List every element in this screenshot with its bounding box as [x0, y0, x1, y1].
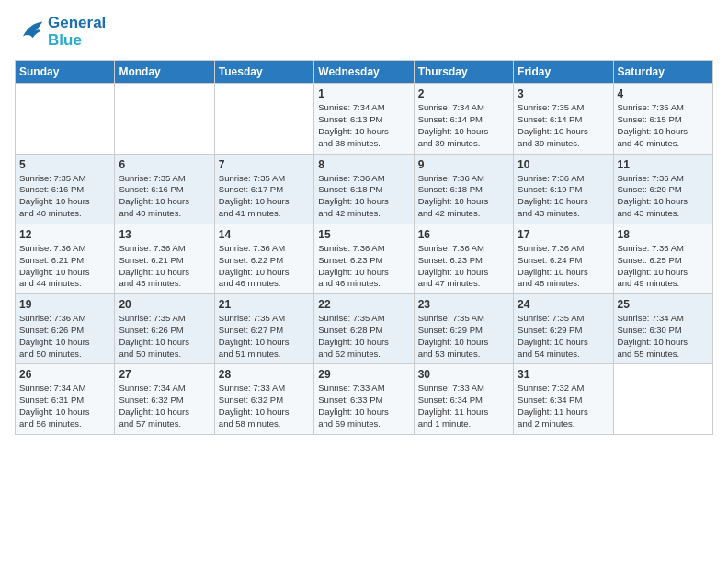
weekday-header-sunday: Sunday	[16, 61, 115, 84]
calendar-cell: 6Sunrise: 7:35 AM Sunset: 6:16 PM Daylig…	[115, 154, 214, 224]
calendar-cell: 3Sunrise: 7:35 AM Sunset: 6:14 PM Daylig…	[514, 84, 613, 154]
day-info: Sunrise: 7:34 AM Sunset: 6:14 PM Dayligh…	[418, 102, 509, 149]
day-info: Sunrise: 7:35 AM Sunset: 6:29 PM Dayligh…	[418, 313, 509, 360]
calendar-cell: 12Sunrise: 7:36 AM Sunset: 6:21 PM Dayli…	[16, 224, 115, 293]
logo-icon	[15, 19, 44, 45]
day-number: 28	[219, 368, 310, 381]
day-number: 17	[518, 228, 609, 241]
day-info: Sunrise: 7:34 AM Sunset: 6:32 PM Dayligh…	[119, 383, 210, 430]
day-number: 15	[318, 228, 409, 241]
day-number: 22	[318, 298, 409, 311]
day-number: 6	[119, 158, 210, 171]
calendar-cell	[214, 84, 313, 154]
calendar-cell: 30Sunrise: 7:33 AM Sunset: 6:34 PM Dayli…	[414, 364, 513, 434]
calendar-cell: 16Sunrise: 7:36 AM Sunset: 6:23 PM Dayli…	[414, 224, 513, 293]
day-info: Sunrise: 7:36 AM Sunset: 6:20 PM Dayligh…	[618, 173, 709, 220]
day-info: Sunrise: 7:32 AM Sunset: 6:34 PM Dayligh…	[518, 383, 609, 430]
calendar-cell: 9Sunrise: 7:36 AM Sunset: 6:18 PM Daylig…	[414, 154, 513, 224]
day-info: Sunrise: 7:34 AM Sunset: 6:31 PM Dayligh…	[19, 383, 110, 430]
calendar-cell	[613, 364, 712, 434]
weekday-header-saturday: Saturday	[613, 61, 712, 84]
calendar-cell	[115, 84, 214, 154]
day-number: 30	[418, 368, 509, 381]
calendar-cell: 26Sunrise: 7:34 AM Sunset: 6:31 PM Dayli…	[16, 364, 115, 434]
week-row-4: 19Sunrise: 7:36 AM Sunset: 6:26 PM Dayli…	[16, 294, 713, 364]
day-info: Sunrise: 7:35 AM Sunset: 6:15 PM Dayligh…	[618, 102, 709, 149]
day-info: Sunrise: 7:36 AM Sunset: 6:24 PM Dayligh…	[518, 243, 609, 290]
weekday-header-tuesday: Tuesday	[214, 61, 313, 84]
day-info: Sunrise: 7:36 AM Sunset: 6:22 PM Dayligh…	[219, 243, 310, 290]
day-number: 29	[318, 368, 409, 381]
day-number: 27	[119, 368, 210, 381]
day-number: 20	[119, 298, 210, 311]
calendar-cell: 8Sunrise: 7:36 AM Sunset: 6:18 PM Daylig…	[314, 154, 414, 224]
day-info: Sunrise: 7:36 AM Sunset: 6:21 PM Dayligh…	[19, 243, 110, 290]
day-number: 4	[618, 87, 709, 100]
day-info: Sunrise: 7:35 AM Sunset: 6:28 PM Dayligh…	[318, 313, 409, 360]
day-number: 21	[219, 298, 310, 311]
calendar-cell: 24Sunrise: 7:35 AM Sunset: 6:29 PM Dayli…	[514, 294, 613, 364]
day-number: 16	[418, 228, 509, 241]
day-info: Sunrise: 7:33 AM Sunset: 6:34 PM Dayligh…	[418, 383, 509, 430]
weekday-header-friday: Friday	[514, 61, 613, 84]
weekday-header-wednesday: Wednesday	[314, 61, 414, 84]
calendar-cell: 2Sunrise: 7:34 AM Sunset: 6:14 PM Daylig…	[414, 84, 513, 154]
calendar-cell: 20Sunrise: 7:35 AM Sunset: 6:26 PM Dayli…	[115, 294, 214, 364]
weekday-header-monday: Monday	[115, 61, 214, 84]
day-number: 9	[418, 158, 509, 171]
day-info: Sunrise: 7:35 AM Sunset: 6:29 PM Dayligh…	[518, 313, 609, 360]
calendar-cell: 4Sunrise: 7:35 AM Sunset: 6:15 PM Daylig…	[613, 84, 712, 154]
week-row-5: 26Sunrise: 7:34 AM Sunset: 6:31 PM Dayli…	[16, 364, 713, 434]
day-number: 8	[318, 158, 409, 171]
week-row-1: 1Sunrise: 7:34 AM Sunset: 6:13 PM Daylig…	[16, 84, 713, 154]
day-info: Sunrise: 7:36 AM Sunset: 6:19 PM Dayligh…	[518, 173, 609, 220]
calendar-cell: 22Sunrise: 7:35 AM Sunset: 6:28 PM Dayli…	[314, 294, 414, 364]
day-info: Sunrise: 7:35 AM Sunset: 6:14 PM Dayligh…	[518, 102, 609, 149]
calendar-cell: 25Sunrise: 7:34 AM Sunset: 6:30 PM Dayli…	[613, 294, 712, 364]
day-number: 12	[19, 228, 110, 241]
calendar-cell: 21Sunrise: 7:35 AM Sunset: 6:27 PM Dayli…	[214, 294, 313, 364]
day-number: 26	[19, 368, 110, 381]
calendar-cell: 23Sunrise: 7:35 AM Sunset: 6:29 PM Dayli…	[414, 294, 513, 364]
day-number: 5	[19, 158, 110, 171]
calendar-cell: 13Sunrise: 7:36 AM Sunset: 6:21 PM Dayli…	[115, 224, 214, 293]
week-row-3: 12Sunrise: 7:36 AM Sunset: 6:21 PM Dayli…	[16, 224, 713, 293]
calendar-table: SundayMondayTuesdayWednesdayThursdayFrid…	[15, 60, 713, 434]
calendar-cell: 18Sunrise: 7:36 AM Sunset: 6:25 PM Dayli…	[613, 224, 712, 293]
day-info: Sunrise: 7:36 AM Sunset: 6:26 PM Dayligh…	[19, 313, 110, 360]
calendar-cell	[16, 84, 115, 154]
day-info: Sunrise: 7:33 AM Sunset: 6:33 PM Dayligh…	[318, 383, 409, 430]
calendar-cell: 1Sunrise: 7:34 AM Sunset: 6:13 PM Daylig…	[314, 84, 414, 154]
day-number: 13	[119, 228, 210, 241]
day-info: Sunrise: 7:34 AM Sunset: 6:13 PM Dayligh…	[318, 102, 409, 149]
calendar-cell: 27Sunrise: 7:34 AM Sunset: 6:32 PM Dayli…	[115, 364, 214, 434]
day-info: Sunrise: 7:36 AM Sunset: 6:18 PM Dayligh…	[418, 173, 509, 220]
page-header: General Blue	[15, 15, 713, 49]
calendar-cell: 19Sunrise: 7:36 AM Sunset: 6:26 PM Dayli…	[16, 294, 115, 364]
day-info: Sunrise: 7:36 AM Sunset: 6:21 PM Dayligh…	[119, 243, 210, 290]
calendar-cell: 14Sunrise: 7:36 AM Sunset: 6:22 PM Dayli…	[214, 224, 313, 293]
calendar-cell: 7Sunrise: 7:35 AM Sunset: 6:17 PM Daylig…	[214, 154, 313, 224]
day-number: 31	[518, 368, 609, 381]
logo: General Blue	[15, 15, 106, 49]
calendar-cell: 10Sunrise: 7:36 AM Sunset: 6:19 PM Dayli…	[514, 154, 613, 224]
calendar-cell: 5Sunrise: 7:35 AM Sunset: 6:16 PM Daylig…	[16, 154, 115, 224]
day-number: 11	[618, 158, 709, 171]
day-info: Sunrise: 7:36 AM Sunset: 6:18 PM Dayligh…	[318, 173, 409, 220]
day-info: Sunrise: 7:36 AM Sunset: 6:25 PM Dayligh…	[618, 243, 709, 290]
day-info: Sunrise: 7:36 AM Sunset: 6:23 PM Dayligh…	[418, 243, 509, 290]
day-number: 10	[518, 158, 609, 171]
day-number: 1	[318, 87, 409, 100]
day-number: 3	[518, 87, 609, 100]
day-info: Sunrise: 7:33 AM Sunset: 6:32 PM Dayligh…	[219, 383, 310, 430]
day-number: 14	[219, 228, 310, 241]
day-number: 18	[618, 228, 709, 241]
day-info: Sunrise: 7:35 AM Sunset: 6:16 PM Dayligh…	[19, 173, 110, 220]
day-info: Sunrise: 7:35 AM Sunset: 6:26 PM Dayligh…	[119, 313, 210, 360]
day-number: 19	[19, 298, 110, 311]
day-info: Sunrise: 7:36 AM Sunset: 6:23 PM Dayligh…	[318, 243, 409, 290]
day-info: Sunrise: 7:35 AM Sunset: 6:16 PM Dayligh…	[119, 173, 210, 220]
day-number: 25	[618, 298, 709, 311]
calendar-cell: 11Sunrise: 7:36 AM Sunset: 6:20 PM Dayli…	[613, 154, 712, 224]
weekday-header-row: SundayMondayTuesdayWednesdayThursdayFrid…	[16, 61, 713, 84]
